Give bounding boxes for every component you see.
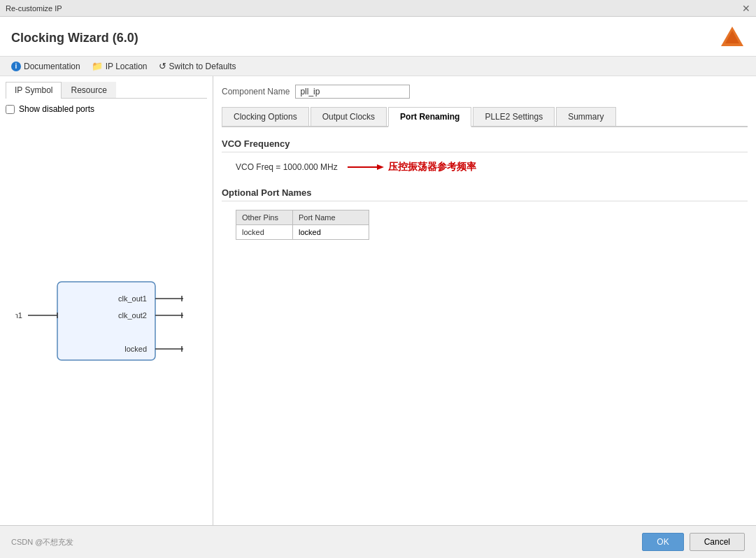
ip-symbol-svg: clk_in1 clk_out1 clk_out2 locked — [15, 265, 197, 377]
ip-symbol-area: clk_in1 clk_out1 clk_out2 locked — [6, 122, 207, 520]
tab-output-clocks[interactable]: Output Clocks — [311, 107, 387, 126]
show-disabled-row: Show disabled ports — [6, 104, 207, 114]
switch-to-defaults-label: Switch to Defaults — [169, 62, 236, 71]
optional-section-title: Optional Port Names — [222, 187, 748, 201]
dialog-body: IP Symbol Resource Show disabled ports c… — [0, 76, 756, 525]
col-other-pins: Other Pins — [236, 210, 293, 225]
show-disabled-label: Show disabled ports — [19, 104, 94, 114]
title-bar: Re-customize IP ✕ — [0, 0, 756, 17]
documentation-button[interactable]: i Documentation — [11, 62, 80, 71]
vco-freq-row: VCO Freq = 1000.000 MHz 压控振荡器参考频率 — [222, 161, 748, 173]
other-pins-cell: locked — [236, 225, 293, 240]
table-row: locked — [236, 225, 369, 240]
tab-ip-symbol[interactable]: IP Symbol — [6, 82, 62, 99]
show-disabled-checkbox[interactable] — [6, 105, 15, 114]
title-bar-text: Re-customize IP — [6, 4, 62, 13]
port-name-cell[interactable] — [292, 225, 369, 240]
ip-symbol-diagram: clk_in1 clk_out1 clk_out2 locked — [6, 251, 207, 391]
toolbar: i Documentation 📁 IP Location ↺ Switch t… — [0, 57, 756, 76]
tabs-bar: Clocking Options Output Clocks Port Rena… — [222, 107, 748, 127]
close-icon[interactable]: ✕ — [742, 3, 750, 14]
annotation-arrow: 压控振荡器参考频率 — [346, 161, 476, 173]
component-name-row: Component Name — [222, 85, 748, 99]
col-port-name: Port Name — [292, 210, 369, 225]
cancel-button[interactable]: Cancel — [690, 533, 745, 551]
dialog-title: Clocking Wizard (6.0) — [11, 31, 138, 45]
vivado-logo-icon — [720, 25, 745, 50]
component-name-label: Component Name — [222, 87, 290, 96]
folder-icon: 📁 — [92, 61, 103, 71]
info-icon: i — [11, 62, 21, 71]
port-name-input[interactable] — [299, 228, 355, 236]
clk-out1-label: clk_out1 — [118, 294, 147, 303]
right-panel: Component Name Clocking Options Output C… — [213, 76, 756, 525]
dialog: Clocking Wizard (6.0) i Documentation 📁 … — [0, 17, 756, 558]
content-area: VCO Frequency VCO Freq = 1000.000 MHz 压控… — [222, 138, 748, 517]
locked-label: locked — [124, 345, 147, 353]
vco-freq-text: VCO Freq = 1000.000 MHz — [236, 162, 338, 172]
component-name-input[interactable] — [295, 85, 410, 99]
switch-to-defaults-button[interactable]: ↺ Switch to Defaults — [159, 61, 236, 71]
vco-section-title: VCO Frequency — [222, 138, 748, 152]
documentation-label: Documentation — [24, 62, 80, 71]
left-tabs: IP Symbol Resource — [6, 82, 207, 99]
tab-plle2-settings[interactable]: PLLE2 Settings — [473, 107, 555, 126]
left-panel: IP Symbol Resource Show disabled ports c… — [0, 76, 213, 525]
tab-resource[interactable]: Resource — [62, 82, 115, 98]
tab-port-renaming[interactable]: Port Renaming — [388, 107, 471, 127]
dialog-header: Clocking Wizard (6.0) — [0, 17, 756, 57]
tab-summary[interactable]: Summary — [556, 107, 615, 126]
ok-button[interactable]: OK — [642, 533, 683, 551]
ip-location-label: IP Location — [106, 62, 148, 71]
annotation-text: 压控振荡器参考频率 — [388, 161, 476, 173]
refresh-icon: ↺ — [159, 61, 166, 71]
svg-marker-12 — [377, 164, 384, 170]
footer-credit: CSDN @不想充发 — [11, 537, 73, 548]
clk-out2-label: clk_out2 — [118, 311, 147, 320]
tab-clocking-options[interactable]: Clocking Options — [222, 107, 309, 126]
ip-location-button[interactable]: 📁 IP Location — [92, 61, 148, 71]
ports-table: Other Pins Port Name locked — [236, 210, 369, 240]
optional-section: Optional Port Names Other Pins Port Name… — [222, 187, 748, 240]
arrow-svg — [346, 162, 385, 172]
clk-in1-label: clk_in1 — [15, 311, 22, 320]
dialog-footer: CSDN @不想充发 OK Cancel — [0, 525, 756, 558]
